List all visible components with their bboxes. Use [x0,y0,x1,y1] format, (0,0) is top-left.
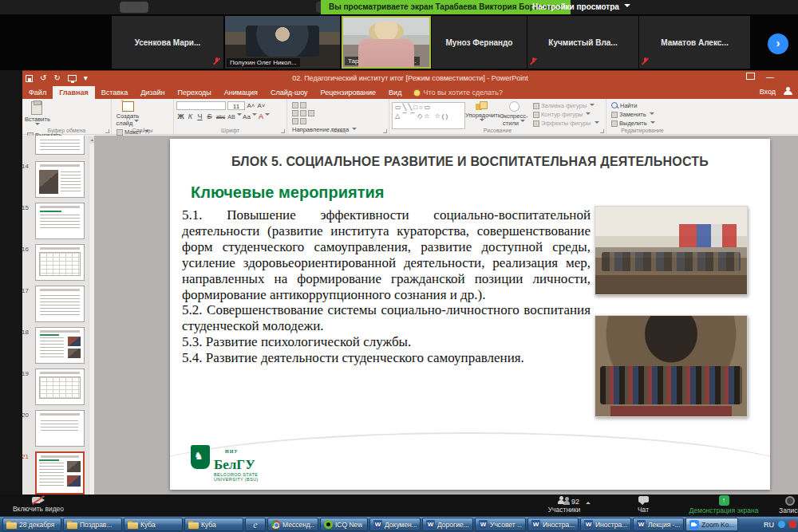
thumbnail-slot[interactable]: 18 [22,327,94,364]
taskbar-messenger-button[interactable]: Мессенд... [267,518,318,531]
slide-19-thumbnail[interactable] [35,368,85,405]
slide-16-thumbnail[interactable] [35,244,85,281]
thumbnail-slot[interactable]: 19 [22,368,94,405]
participant-tile[interactable]: Муноз Фернандо [432,16,527,69]
thumbnail-slot[interactable]: 17 [22,286,94,322]
tab-slideshow[interactable]: Слайд-шоу [264,86,314,99]
dialog-launcher-icon[interactable] [281,129,285,133]
taskbar-word-button[interactable]: WИностра... [580,518,631,531]
start-video-button[interactable]: Включить видео [5,495,72,513]
record-button[interactable]: Запись [770,495,798,514]
line-spacing-icon[interactable] [292,118,298,124]
tab-home[interactable]: Главная [53,86,95,99]
bold-button[interactable]: Ж [176,112,185,120]
share-screen-button[interactable]: ↑ Демонстрация экрана [680,495,768,514]
shrink-font-icon[interactable]: A˅ [257,102,266,109]
numbering-icon[interactable] [300,102,306,108]
font-size-box[interactable]: 11 [227,101,245,110]
slide-body-text[interactable]: 5.1. Повышение эффективности социально-в… [182,207,591,366]
tab-insert[interactable]: Вставка [95,86,134,99]
ribbon-options-icon[interactable] [746,73,755,80]
font-name-box[interactable] [176,101,226,110]
strikethrough-button[interactable]: S [205,112,214,120]
slide-heading[interactable]: Ключевые мероприятия [191,183,384,202]
thumbnail-slot[interactable]: 21 [22,451,94,495]
tray-icon[interactable] [778,521,785,528]
taskbar-icq-button[interactable]: ICQ New [320,518,368,531]
thumbnail-scrollbar[interactable]: ▲ [89,136,94,495]
taskbar-folder-button[interactable]: Куба [124,518,183,531]
slide-13-thumbnail[interactable] [35,136,85,155]
bullets-icon[interactable] [292,102,298,108]
quick-styles-button[interactable]: Экспресс-стили [497,100,531,127]
dialog-launcher-icon[interactable] [600,129,604,133]
new-slide-button[interactable]: Создать слайд [114,100,141,127]
view-settings-menu[interactable]: Настройки просмотра [523,0,640,14]
find-button[interactable]: Найти [611,102,655,109]
taskbar-folder-button[interactable]: Поздрав... [63,518,122,531]
next-participants-button[interactable]: › [768,33,788,54]
taskbar-folder-button[interactable]: 28 декабря [2,518,61,531]
taskbar-ie-button[interactable]: e [245,518,266,531]
slide-20-thumbnail[interactable] [35,410,85,447]
participant-tile[interactable]: Усенкова Мари... [112,16,223,69]
chat-button[interactable]: Чат [627,495,659,514]
sign-in-link[interactable]: Вход [760,88,776,96]
minimize-icon[interactable]: — [766,73,774,81]
thumbnail-slot[interactable]: 16 [22,244,94,281]
clear-formatting-button[interactable]: abc [215,114,227,120]
participant-tile[interactable]: Маматов Алекс... [639,16,750,69]
tab-animations[interactable]: Анимация [218,86,264,99]
font-color-button[interactable]: А [258,112,271,120]
dialog-launcher-icon[interactable] [383,129,387,133]
select-button[interactable]: Выделить [611,120,655,127]
arrange-button[interactable]: Упорядочить [465,100,497,126]
shape-fill-button[interactable]: Заливка фигуры [533,102,599,109]
taskbar-word-button[interactable]: WИностра... [527,518,579,531]
account-icon[interactable] [784,87,792,95]
shapes-gallery[interactable]: ▭╲╲□○▭ △⌒⌒◇☆ ☆() [392,102,465,129]
thumbnail-slot[interactable] [22,136,94,156]
slide-thumbnail-panel[interactable]: 14 15 16 [22,136,94,495]
thumbnail-slot[interactable]: 15 [22,203,94,239]
columns-icon[interactable] [300,118,306,124]
taskbar-word-button[interactable]: WЛекция -... [633,518,684,531]
shape-outline-button[interactable]: Контур фигуры [533,111,599,118]
tab-design[interactable]: Дизайн [134,86,171,99]
participant-tile[interactable]: Кучмистый Вла... [527,16,638,69]
grow-font-icon[interactable]: A˄ [247,102,255,109]
change-case-button[interactable]: Аа [243,113,257,120]
paste-button[interactable]: Вставить [25,100,49,130]
thumbnail-slot[interactable]: 20 [22,410,94,447]
taskbar-folder-button[interactable]: Куба [184,518,243,531]
thumbnail-slot[interactable]: 14 [22,161,94,198]
slide-18-thumbnail[interactable] [35,327,85,364]
align-center-icon[interactable] [300,110,306,116]
italic-button[interactable]: К [186,112,195,120]
taskbar-word-button[interactable]: WДокумен... [369,518,421,531]
language-indicator[interactable]: RU [764,521,774,529]
tray-icon[interactable] [789,521,796,528]
taskbar-word-button[interactable]: WДорогие... [422,518,473,531]
tab-transitions[interactable]: Переходы [171,86,217,99]
participants-button[interactable]: 92 Участники [536,495,592,514]
align-right-icon[interactable] [308,110,314,116]
ppt-title-bar[interactable]: ↺ ↻ ▾ 02. Педагогический институт итог [… [22,71,798,85]
character-spacing-button[interactable]: АВ [227,113,242,120]
shape-effects-button[interactable]: Эффекты фигуры [533,120,599,127]
underline-button[interactable]: Ч [196,112,204,120]
participant-tile-active-speaker[interactable]: Тарабаева Виктория ... [342,16,431,69]
chevron-up-icon[interactable] [586,499,591,504]
slide-14-thumbnail[interactable] [35,161,85,198]
slide-editing-area[interactable]: БЛОК 5. СОЦИАЛЬНОЕ РАЗВИТИЕ И ВОСПИТАТЕЛ… [94,136,798,495]
tab-view[interactable]: Вид [382,86,408,99]
slide-21-thumbnail-selected[interactable] [35,451,85,495]
tab-review[interactable]: Рецензирование [314,86,383,99]
taskbar-zoom-button[interactable]: Zoom Ko... [685,518,738,531]
tab-file[interactable]: Файл [22,86,53,99]
slide-15-thumbnail[interactable] [35,203,85,239]
participant-tile[interactable]: Полухин Олег Никол... [225,16,340,69]
align-left-icon[interactable] [292,110,298,116]
slide-title[interactable]: БЛОК 5. СОЦИАЛЬНОЕ РАЗВИТИЕ И ВОСПИТАТЕЛ… [186,155,754,169]
slide-17-thumbnail[interactable] [35,286,85,322]
